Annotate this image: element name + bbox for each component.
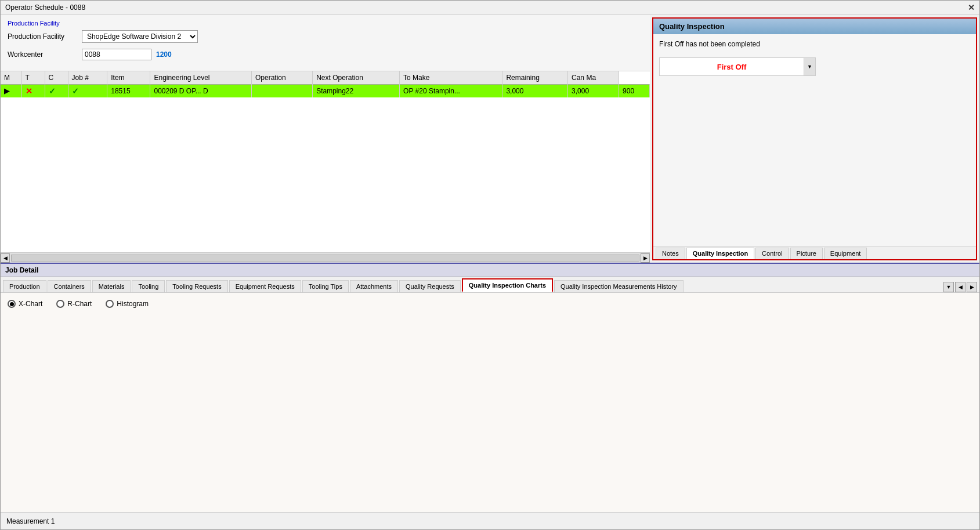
tab-quality-inspection-charts[interactable]: Quality Inspection Charts	[462, 278, 553, 292]
close-button[interactable]: ✕	[968, 3, 975, 12]
first-off-container[interactable]: First Off ▼	[659, 57, 816, 76]
left-panel: Production Facility Production Facility …	[1, 15, 650, 263]
qi-tab-notes[interactable]: Notes	[656, 248, 685, 259]
col-t: T	[21, 71, 45, 85]
workcenter-number: 1200	[156, 50, 172, 59]
cell-remaining: 3,000	[568, 85, 619, 98]
chart-radio-group: X-Chart R-Chart Histogram	[8, 300, 972, 308]
first-off-dropdown-btn[interactable]: ▼	[804, 58, 815, 75]
tab-tooling[interactable]: Tooling	[132, 280, 165, 292]
radio-rchart[interactable]: R-Chart	[56, 300, 92, 308]
cell-c: ✓	[68, 85, 107, 98]
facility-label: Production Facility	[8, 32, 77, 41]
col-remaining: Remaining	[502, 71, 568, 85]
cell-can-make: 900	[619, 85, 650, 98]
cell-eng	[252, 85, 313, 98]
qi-content: First Off has not been completed First O…	[653, 34, 976, 246]
main-content: Production Facility Production Facility …	[1, 15, 979, 263]
radio-rchart-label: R-Chart	[67, 300, 92, 308]
radio-xchart[interactable]: X-Chart	[8, 300, 42, 308]
tab-nav-buttons: ▼ ◀ ▶	[943, 282, 977, 292]
cell-m: ✕	[21, 85, 45, 98]
cell-t: ✓	[45, 85, 68, 98]
tab-next-btn[interactable]: ▶	[967, 282, 977, 292]
job-detail-tab-bar: Production Containers Materials Tooling …	[1, 277, 979, 293]
tab-tooling-tips[interactable]: Tooling Tips	[302, 280, 349, 292]
tab-containers[interactable]: Containers	[48, 280, 91, 292]
table-row[interactable]: ▶ ✕ ✓ ✓ 18515 000209 D OP... D Stamping2…	[1, 85, 650, 98]
job-detail-section: Job Detail Production Containers Materia…	[1, 263, 979, 529]
title-bar: Operator Schedule - 0088 ✕	[1, 1, 979, 15]
window-title: Operator Schedule - 0088	[5, 3, 85, 12]
cell-job: 18515	[107, 85, 150, 98]
qi-tab-equipment[interactable]: Equipment	[824, 248, 867, 259]
table-header-row: M T C Job # Item Engineering Level Opera…	[1, 71, 650, 85]
facility-select[interactable]: ShopEdge Software Division 2	[82, 30, 198, 43]
workcenter-row: Workcenter 1200	[8, 49, 643, 60]
cell-next-op: OP #20 Stampin...	[400, 85, 502, 98]
qi-message: First Off has not been completed	[659, 40, 970, 48]
quality-inspection-panel: Quality Inspection First Off has not bee…	[652, 17, 977, 260]
cell-to-make: 3,000	[502, 85, 568, 98]
status-bar: Measurement 1	[1, 512, 979, 529]
col-m: M	[1, 71, 21, 85]
tab-equipment-requests[interactable]: Equipment Requests	[229, 280, 301, 292]
col-job: Job #	[68, 71, 107, 85]
qi-tab-control[interactable]: Control	[755, 248, 789, 259]
radio-xchart-circle[interactable]	[8, 300, 16, 308]
title-bar-left: Operator Schedule - 0088	[5, 3, 85, 12]
production-facility-section-label: Production Facility	[8, 20, 643, 27]
radio-xchart-label: X-Chart	[19, 300, 42, 308]
scrollbar-track[interactable]	[11, 255, 639, 262]
tab-quality-inspection-measurements[interactable]: Quality Inspection Measurements History	[554, 280, 684, 292]
col-operation: Operation	[252, 71, 313, 85]
tab-tooling-requests[interactable]: Tooling Requests	[166, 280, 227, 292]
tab-dropdown-btn[interactable]: ▼	[943, 282, 954, 292]
col-c: C	[45, 71, 68, 85]
tab-quality-requests[interactable]: Quality Requests	[399, 280, 461, 292]
chart-area: X-Chart R-Chart Histogram	[1, 293, 979, 512]
qi-tab-bar: Notes Quality Inspection Control Picture…	[653, 246, 976, 259]
qi-header: Quality Inspection	[653, 19, 976, 34]
job-table-container: M T C Job # Item Engineering Level Opera…	[1, 71, 650, 252]
radio-histogram-label: Histogram	[117, 300, 149, 308]
tab-prev-btn[interactable]: ◀	[955, 282, 965, 292]
cell-arrow: ▶	[1, 85, 21, 98]
col-next-op: Next Operation	[313, 71, 400, 85]
table-scrollbar: ◀ ▶	[1, 252, 650, 263]
radio-histogram[interactable]: Histogram	[106, 300, 149, 308]
workcenter-label: Workcenter	[8, 50, 77, 59]
col-can-make: Can Ma	[568, 71, 619, 85]
col-item: Item	[107, 71, 150, 85]
tab-attachments[interactable]: Attachments	[350, 280, 398, 292]
job-table: M T C Job # Item Engineering Level Opera…	[1, 71, 650, 97]
main-window: Operator Schedule - 0088 ✕ Production Fa…	[0, 0, 980, 530]
job-detail-header: Job Detail	[1, 264, 979, 277]
qi-tab-quality-inspection[interactable]: Quality Inspection	[686, 248, 754, 259]
form-area: Production Facility Production Facility …	[1, 15, 650, 71]
tab-materials[interactable]: Materials	[92, 280, 131, 292]
radio-histogram-circle[interactable]	[106, 300, 114, 308]
col-to-make: To Make	[400, 71, 502, 85]
scroll-left-btn[interactable]: ◀	[1, 253, 10, 263]
radio-rchart-circle[interactable]	[56, 300, 64, 308]
col-eng: Engineering Level	[150, 71, 252, 85]
tab-production[interactable]: Production	[3, 280, 46, 292]
first-off-label: First Off	[660, 63, 804, 71]
scroll-right-btn[interactable]: ▶	[641, 253, 650, 263]
cell-operation: Stamping22	[313, 85, 400, 98]
cell-item: 000209 D OP... D	[150, 85, 252, 98]
facility-row: Production Facility ShopEdge Software Di…	[8, 30, 643, 43]
qi-tab-picture[interactable]: Picture	[790, 248, 823, 259]
workcenter-input[interactable]	[82, 49, 151, 60]
measurement-label: Measurement 1	[6, 517, 55, 525]
